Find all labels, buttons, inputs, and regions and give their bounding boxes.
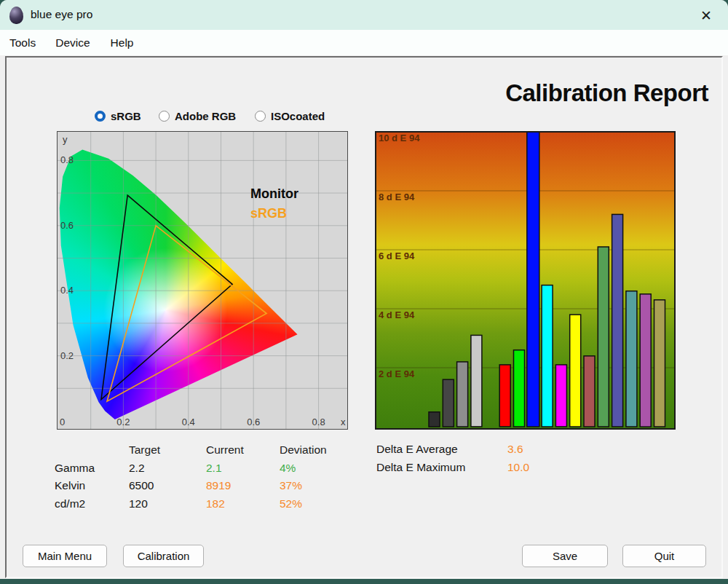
main-menu-button[interactable]: Main Menu <box>23 545 107 567</box>
luminance-current: 182 <box>206 495 280 513</box>
column-header-deviation: Deviation <box>280 441 360 459</box>
svg-text:0.2: 0.2 <box>116 417 130 427</box>
radio-label: Adobe RGB <box>175 110 236 122</box>
calibration-button[interactable]: Calibration <box>123 545 204 567</box>
svg-text:0.6: 0.6 <box>60 220 74 231</box>
radio-option-srgb[interactable]: sRGB <box>95 110 141 122</box>
svg-text:8 d E 94: 8 d E 94 <box>379 192 415 202</box>
save-button[interactable]: Save <box>522 545 608 567</box>
row-label-kelvin: Kelvin <box>55 477 129 495</box>
svg-text:0.4: 0.4 <box>60 285 74 296</box>
radio-unselected-icon <box>255 111 266 122</box>
window-title: blue eye pro <box>31 8 92 21</box>
svg-text:0.8: 0.8 <box>60 154 74 165</box>
svg-text:0.2: 0.2 <box>60 350 74 361</box>
title-bar: blue eye pro ✕ <box>0 0 728 30</box>
gamma-deviation: 4% <box>280 459 360 478</box>
svg-text:2 d E 94: 2 d E 94 <box>379 368 415 379</box>
svg-text:0: 0 <box>60 417 65 427</box>
legend-monitor: Monitor <box>250 186 298 202</box>
radio-label: ISOcoated <box>271 110 325 122</box>
svg-text:0.4: 0.4 <box>182 417 195 427</box>
menu-item-tools[interactable]: Tools <box>9 36 36 50</box>
gamut-overlay: 0.20.40.60.800.20.40.60.8yx <box>58 132 347 429</box>
chromaticity-diagram: 0.20.40.60.800.20.40.60.8yx <box>57 131 348 430</box>
svg-text:x: x <box>341 417 346 427</box>
kelvin-deviation: 37% <box>280 477 360 495</box>
gamma-target: 2.2 <box>129 459 206 478</box>
delta-e-bars: 2 d E 944 d E 946 d E 948 d E 9410 d E 9… <box>376 133 674 428</box>
quit-button[interactable]: Quit <box>622 545 706 567</box>
row-label-gamma: Gamma <box>55 459 129 478</box>
radio-unselected-icon <box>159 111 170 122</box>
gamma-current: 2.1 <box>206 459 280 478</box>
radio-option-adobe-rgb[interactable]: Adobe RGB <box>159 110 236 122</box>
delta-e-maximum-value: 10.0 <box>507 458 566 476</box>
legend-srgb: sRGB <box>250 206 287 221</box>
radio-selected-icon <box>95 111 106 122</box>
app-window: blue eye pro ✕ Tools Device Help Calibra… <box>0 0 728 579</box>
svg-text:0.8: 0.8 <box>312 417 325 427</box>
kelvin-target: 6500 <box>129 477 206 495</box>
svg-text:10 d E 94: 10 d E 94 <box>379 133 420 143</box>
row-label-luminance: cd/m2 <box>55 495 129 513</box>
table-corner <box>55 441 129 459</box>
delta-e-average-value: 3.6 <box>507 440 566 458</box>
luminance-deviation: 52% <box>280 495 360 513</box>
radio-label: sRGB <box>111 110 141 122</box>
luminance-target: 120 <box>129 495 206 513</box>
svg-text:0.6: 0.6 <box>247 417 260 427</box>
kelvin-current: 8919 <box>206 477 280 495</box>
results-table: Target Current Deviation Gamma 2.2 2.1 4… <box>55 441 360 513</box>
column-header-target: Target <box>129 441 206 459</box>
delta-e-summary: Delta E Average 3.6 Delta E Maximum 10.0 <box>376 440 566 476</box>
page-title: Calibration Report <box>505 79 708 107</box>
delta-e-bar-chart: 2 d E 944 d E 946 d E 948 d E 9410 d E 9… <box>375 131 676 430</box>
radio-option-isocoated[interactable]: ISOcoated <box>255 110 325 122</box>
svg-text:6 d E 94: 6 d E 94 <box>379 250 415 261</box>
close-icon[interactable]: ✕ <box>695 5 718 25</box>
svg-text:y: y <box>63 134 68 145</box>
delta-e-average-label: Delta E Average <box>376 440 507 458</box>
menu-item-help[interactable]: Help <box>111 36 134 50</box>
delta-e-maximum-label: Delta E Maximum <box>376 458 507 476</box>
menu-item-device[interactable]: Device <box>55 36 90 50</box>
app-icon <box>9 7 23 24</box>
column-header-current: Current <box>206 441 280 459</box>
svg-text:4 d E 94: 4 d E 94 <box>379 309 415 320</box>
menu-bar: Tools Device Help <box>0 30 728 55</box>
